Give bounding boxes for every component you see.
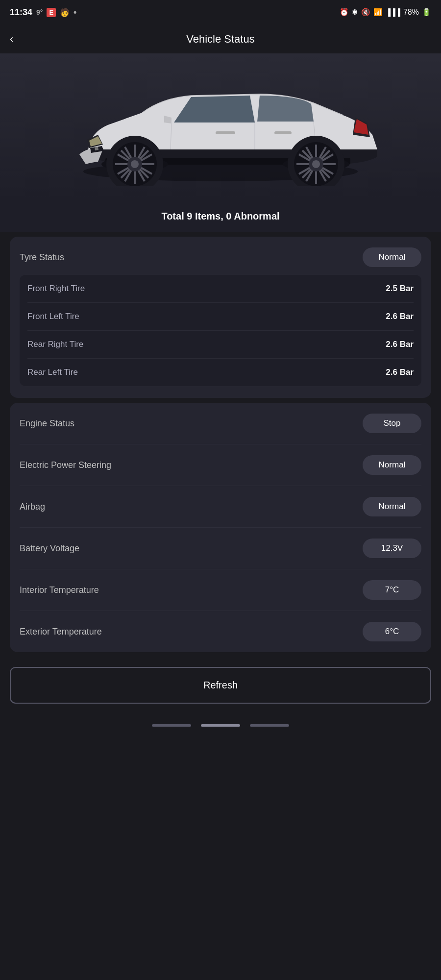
status-row-airbag: Airbag Normal: [20, 486, 421, 528]
mute-icon: 🔇: [361, 8, 370, 17]
bottom-nav-bar: [0, 718, 441, 736]
svg-point-19: [131, 160, 139, 168]
battery-voltage-badge: 12.3V: [363, 539, 421, 558]
tire-label-rear-right: Rear Right Tire: [27, 340, 83, 349]
tire-row-front-right: Front Right Tire 2.5 Bar: [27, 275, 414, 303]
avatar-icon: 🧑: [60, 8, 70, 17]
engine-status-label: Engine Status: [20, 418, 74, 429]
status-row-eps: Electric Power Steering Normal: [20, 444, 421, 486]
svg-rect-5: [274, 131, 292, 134]
signal-icon: ▐▐▐: [386, 8, 400, 16]
tire-sub-card: Front Right Tire 2.5 Bar Front Left Tire…: [20, 275, 421, 386]
status-row-exterior-temp: Exterior Temperature 6°C: [20, 611, 421, 652]
exterior-temp-badge: 6°C: [363, 622, 421, 641]
airbag-status-label: Airbag: [20, 502, 45, 512]
dot-indicator: •: [74, 7, 76, 18]
summary-text: Total 9 Items, 0 Abnormal: [161, 211, 279, 221]
tyre-status-section: Tyre Status Normal Front Right Tire 2.5 …: [10, 237, 431, 398]
status-card: Engine Status Stop Electric Power Steeri…: [10, 403, 431, 652]
battery-voltage-label: Battery Voltage: [20, 543, 79, 554]
status-row-interior-temp: Interior Temperature 7°C: [20, 569, 421, 611]
tire-row-rear-right: Rear Right Tire 2.6 Bar: [27, 331, 414, 359]
status-bar-right: ⏰ ✱ 🔇 📶 ▐▐▐ 78% 🔋: [340, 8, 431, 17]
tire-value-front-right: 2.5 Bar: [386, 284, 414, 294]
engine-status-badge: Stop: [363, 414, 421, 433]
interior-temp-badge: 7°C: [363, 580, 421, 600]
alarm-icon: ⏰: [340, 8, 349, 17]
eps-status-badge: Normal: [363, 455, 421, 475]
e-icon: E: [47, 8, 56, 17]
bottom-dot-center: [201, 724, 240, 727]
car-svg: [49, 69, 392, 186]
bottom-dot-left: [152, 724, 191, 727]
signal-strength: 9°: [36, 8, 43, 16]
tire-value-rear-left: 2.6 Bar: [386, 368, 414, 377]
refresh-button[interactable]: Refresh: [10, 667, 431, 704]
battery-icon: 🔋: [422, 8, 431, 17]
car-image-area: [0, 54, 441, 201]
status-bar: 11:34 9° E 🧑 • ⏰ ✱ 🔇 📶 ▐▐▐ 78% 🔋: [0, 0, 441, 24]
back-button[interactable]: ‹: [10, 33, 13, 46]
bottom-dot-right: [250, 724, 289, 727]
airbag-status-badge: Normal: [363, 497, 421, 516]
eps-status-label: Electric Power Steering: [20, 460, 111, 470]
tyre-status-label: Tyre Status: [20, 252, 64, 263]
svg-rect-4: [216, 131, 235, 134]
wifi-icon: 📶: [373, 8, 383, 17]
tire-row-rear-left: Rear Left Tire 2.6 Bar: [27, 359, 414, 386]
status-bar-left: 11:34 9° E 🧑 •: [10, 7, 76, 18]
page-title: Vehicle Status: [186, 33, 254, 46]
tire-label-front-right: Front Right Tire: [27, 284, 85, 294]
tyre-status-header: Tyre Status Normal: [20, 237, 421, 275]
tire-row-front-left: Front Left Tire 2.6 Bar: [27, 303, 414, 331]
car-illustration-container: [10, 69, 431, 186]
tire-value-front-left: 2.6 Bar: [386, 312, 414, 321]
interior-temp-label: Interior Temperature: [20, 585, 99, 595]
tire-label-rear-left: Rear Left Tire: [27, 368, 78, 377]
battery-percent: 78%: [403, 8, 419, 17]
status-row-engine: Engine Status Stop: [20, 403, 421, 444]
header: ‹ Vehicle Status: [0, 24, 441, 54]
bluetooth-icon: ✱: [352, 8, 358, 17]
refresh-section: Refresh: [0, 652, 441, 718]
status-row-battery-voltage: Battery Voltage 12.3V: [20, 528, 421, 569]
tire-label-front-left: Front Left Tire: [27, 312, 79, 321]
tire-value-rear-right: 2.6 Bar: [386, 340, 414, 349]
time-display: 11:34: [10, 7, 32, 18]
summary-section: Total 9 Items, 0 Abnormal: [0, 201, 441, 232]
exterior-temp-label: Exterior Temperature: [20, 627, 102, 637]
svg-point-32: [312, 160, 320, 168]
tyre-status-badge: Normal: [363, 247, 421, 267]
